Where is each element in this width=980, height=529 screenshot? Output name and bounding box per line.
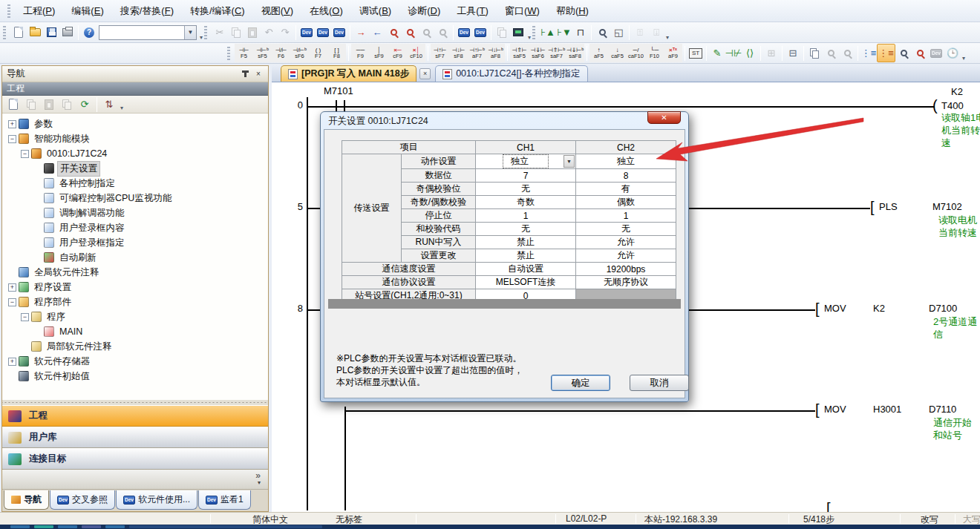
navtab-navigation[interactable]: 导航 (4, 490, 49, 510)
taskbar-item[interactable] (129, 525, 322, 528)
tree-item-软元件存储器[interactable]: +软元件存储器 (2, 354, 268, 369)
delete-free-line-button[interactable]: ×ᵀˣaF9 (664, 44, 682, 62)
open-project-icon[interactable] (27, 24, 43, 41)
toolbar-overflow-icon[interactable]: ▾ (119, 105, 125, 111)
taskbar-item[interactable] (10, 525, 30, 528)
zoom-time-icon[interactable]: 🕒 (944, 45, 961, 62)
menu-item-o[interactable]: 在线(O) (301, 1, 351, 21)
scaling-icon[interactable]: ⍐ (632, 24, 648, 41)
nav-property-icon[interactable] (59, 96, 75, 113)
rising-pulse-close-button[interactable]: ⊣⇑⊢saF5 (510, 44, 529, 62)
tree-item-智能功能模块[interactable]: −智能功能模块 (2, 131, 268, 146)
remote-screen-icon[interactable] (510, 24, 526, 41)
nav-sort-icon[interactable]: ⇅ (101, 96, 117, 113)
note-edit-icon[interactable] (839, 45, 855, 62)
tree-item-MAIN[interactable]: MAIN (2, 324, 268, 339)
tree-item-开关设置[interactable]: 开关设置 (2, 161, 268, 176)
comment-display-icon[interactable] (494, 24, 510, 41)
tree-item-用户登录框内容[interactable]: 用户登录框内容 (2, 220, 268, 235)
edit-ladder-icon[interactable]: ✎ (709, 45, 725, 62)
taskbar-item[interactable] (82, 525, 101, 528)
tree-item-程序设置[interactable]: +程序设置 (2, 280, 268, 295)
data-path-combo[interactable]: ▼ (99, 25, 197, 40)
dialog-close-button[interactable]: ✕ (647, 111, 681, 124)
stack-more-button[interactable]: »▾ (2, 470, 268, 489)
stack-user-library[interactable]: 用户库 (2, 427, 268, 448)
nav-refresh-icon[interactable]: ⟳ (76, 96, 93, 113)
delete-vertical-button[interactable]: ×│cF10 (407, 44, 425, 62)
find-coil-icon[interactable] (434, 24, 451, 41)
device-test-icon[interactable]: Dev (928, 45, 944, 62)
modify-value-icon[interactable]: ◱ (610, 24, 627, 41)
edit-block-icon[interactable]: ⊞ (763, 45, 780, 62)
paste-icon[interactable] (244, 24, 261, 41)
expand-icon[interactable]: + (8, 120, 16, 128)
nav-paste-icon[interactable] (41, 96, 57, 113)
tree-item-调制解调器功能[interactable]: 调制解调器功能 (2, 206, 268, 220)
help-icon[interactable]: ? (81, 24, 97, 41)
stack-connection[interactable]: 连接目标 (2, 448, 268, 470)
nav-new-icon[interactable] (5, 96, 22, 113)
undo-icon[interactable]: ↶ (261, 24, 277, 41)
device-replace-icon[interactable]: Dev (331, 24, 347, 41)
collapse-icon[interactable]: − (21, 313, 29, 321)
coil-button[interactable]: ( )F7 (309, 44, 327, 62)
rising-pulse-close-branch-button[interactable]: ⊣⇑⊢ᵇsaF7 (547, 44, 566, 62)
rising-pulse-button[interactable]: ⊣↑⊢sF7 (431, 44, 449, 62)
tab-control-specification[interactable]: 0010:LJ71C24[]-各种控制指定 (435, 65, 587, 82)
menu-item-p[interactable]: 工程(P) (15, 1, 63, 21)
convert-pulse-button[interactable]: ↓caF5 (608, 44, 627, 62)
nav-copy-icon[interactable] (23, 96, 39, 113)
tree-item-局部软元件注释[interactable]: 局部软元件注释 (2, 339, 268, 354)
falling-pulse-close-branch-button[interactable]: ⊣⇓⊢ᵇsaF8 (566, 44, 584, 62)
device-display-icon[interactable]: Dev (456, 24, 472, 41)
toolbar-overflow-icon[interactable]: ▾ (664, 34, 670, 41)
open-branch-button[interactable]: ⊣⊢ᵇsF5 (253, 44, 272, 62)
toolbar-overflow-icon[interactable]: ▾ (526, 34, 532, 41)
taskbar-item[interactable] (105, 525, 125, 528)
device-batch-icon[interactable]: Dev (315, 24, 331, 41)
collapse-icon[interactable]: − (8, 135, 16, 143)
device-find-icon[interactable]: Dev (298, 24, 315, 41)
tree-item-软元件初始值[interactable]: 软元件初始值 (2, 369, 268, 384)
find-device-icon[interactable] (385, 24, 402, 41)
close-icon[interactable]: × (253, 69, 264, 79)
outline-collapse-icon[interactable]: ⋮≡ (877, 44, 895, 62)
falling-pulse-button[interactable]: ⊣↓⊢sF8 (449, 44, 468, 62)
replace-zoom-icon[interactable] (912, 45, 928, 62)
free-line-button[interactable]: └─F10 (645, 44, 664, 62)
tree-item-全局软元件注释[interactable]: 全局软元件注释 (2, 265, 268, 280)
taskbar-item[interactable] (58, 525, 77, 528)
edit-list-icon[interactable]: ⊟ (785, 45, 801, 62)
operation-setting-combobox[interactable]: 独立▼ (476, 154, 576, 169)
expand-icon[interactable]: + (8, 283, 16, 292)
menu-item-e[interactable]: 编辑(E) (63, 1, 111, 21)
falling-pulse-branch-button[interactable]: ⊣↓⊢ᵇaF8 (486, 44, 505, 62)
menu-item-d[interactable]: 诊断(D) (399, 1, 448, 21)
comment-edit-icon[interactable] (806, 45, 823, 62)
horizontal-line-button[interactable]: ──F9 (351, 44, 370, 62)
close-contact-button[interactable]: ⊣/⊢F6 (272, 44, 290, 62)
tree-item-参数[interactable]: +参数 (2, 116, 268, 131)
windows-taskbar[interactable] (0, 525, 980, 529)
monitor-start-icon[interactable]: ⊦▲ (540, 24, 556, 41)
expand-icon[interactable]: + (8, 358, 16, 366)
menu-item-h[interactable]: 帮助(H) (548, 1, 597, 21)
chevron-down-icon[interactable]: ▼ (184, 26, 196, 39)
connect-coil-icon[interactable]: ⟨⟩ (742, 45, 758, 62)
chevron-down-icon[interactable]: ▼ (564, 155, 575, 168)
tree-item-0010:LJ71C24[interactable]: −0010:LJ71C24 (2, 146, 268, 161)
jump-prev-icon[interactable]: ← (369, 24, 385, 41)
collapse-icon[interactable]: − (21, 150, 29, 158)
tree-item-各种控制指定[interactable]: 各种控制指定 (2, 176, 268, 191)
tree-item-程序[interactable]: −程序 (2, 309, 268, 324)
cut-icon[interactable]: ✂ (212, 24, 228, 41)
tab-close-icon[interactable]: × (419, 68, 431, 79)
redo-icon[interactable]: ↷ (277, 24, 293, 41)
find-zoom-icon[interactable] (895, 45, 912, 62)
collapse-icon[interactable]: − (8, 298, 16, 306)
invert-operation-button[interactable]: ↑aF5 (589, 44, 608, 62)
rising-pulse-branch-button[interactable]: ⊣↑⊢ᵇaF7 (468, 44, 486, 62)
menu-item-w[interactable]: 窗口(W) (497, 1, 548, 21)
tree-item-程序部件[interactable]: −程序部件 (2, 295, 268, 309)
